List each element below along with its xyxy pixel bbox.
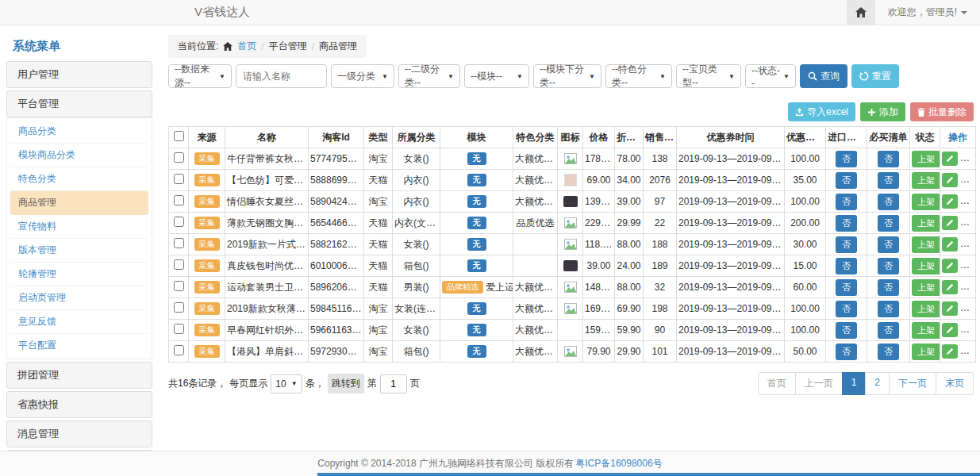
module-badge: 品牌精选 (442, 281, 483, 294)
taoke-id: 589620659791 (309, 277, 364, 298)
sidebar-group-拼团管理[interactable]: 拼团管理 (6, 362, 152, 389)
filter-select-1[interactable]: 一级分类▼ (331, 64, 394, 88)
search-icon (808, 71, 817, 81)
query-button[interactable]: 查询 (800, 64, 847, 88)
sidebar-group-平台管理[interactable]: 平台管理 (6, 90, 152, 117)
filter-select-6[interactable]: --宝贝类型--▼ (676, 64, 741, 88)
must-buy-toggle[interactable]: 否 (878, 344, 899, 360)
import-select-toggle[interactable]: 否 (836, 344, 857, 360)
edit-button[interactable] (942, 194, 958, 209)
must-buy-toggle[interactable]: 否 (878, 279, 899, 296)
status-button[interactable]: 上架 (912, 279, 940, 296)
import-select-toggle[interactable]: 否 (836, 301, 857, 317)
column-header-来源: 来源 (189, 127, 225, 148)
sidebar-item-特色分类[interactable]: 特色分类 (10, 167, 148, 191)
edit-button[interactable] (942, 152, 958, 166)
status-button[interactable]: 上架 (912, 172, 940, 189)
import-select-toggle[interactable]: 否 (836, 215, 857, 232)
filter-select-2[interactable]: --二级分类--▼ (398, 64, 460, 88)
sidebar-group-省惠快报[interactable]: 省惠快报 (6, 391, 152, 418)
icp-link[interactable]: 粤ICP备16098006号 (575, 457, 662, 470)
status-button[interactable]: 上架 (912, 301, 940, 317)
must-buy-toggle[interactable]: 否 (878, 258, 899, 274)
filter-select-0[interactable]: --数据来源--▼ (168, 64, 232, 88)
name-search-input[interactable] (236, 64, 327, 88)
row-checkbox[interactable] (174, 281, 184, 291)
filter-select-4[interactable]: --模块下分类--▼ (533, 64, 601, 88)
edit-button[interactable] (942, 323, 958, 337)
row-checkbox[interactable] (174, 345, 184, 355)
sidebar-item-商品管理[interactable]: 商品管理 (10, 191, 148, 215)
status-button[interactable]: 上架 (912, 215, 940, 232)
select-all-checkbox[interactable] (174, 131, 184, 141)
edit-button[interactable] (942, 301, 958, 316)
per-page-select[interactable]: 10 ▼ (271, 374, 302, 393)
row-checkbox[interactable] (174, 152, 184, 163)
row-checkbox[interactable] (174, 217, 184, 227)
pager-首页[interactable]: 首页 (758, 372, 796, 395)
jump-suffix: 页 (410, 377, 420, 390)
import-select-toggle[interactable]: 否 (836, 279, 857, 296)
status-button[interactable]: 上架 (912, 258, 940, 274)
edit-button[interactable] (942, 259, 958, 273)
edit-button[interactable] (942, 280, 958, 294)
edit-button[interactable] (942, 237, 958, 251)
import-select-toggle[interactable]: 否 (836, 172, 857, 189)
sidebar-item-模块商品分类[interactable]: 模块商品分类 (10, 144, 148, 167)
must-buy-toggle[interactable]: 否 (878, 151, 899, 167)
breadcrumb-home-link[interactable]: 首页 (237, 40, 256, 53)
pager-2[interactable]: 2 (865, 372, 890, 395)
sidebar-item-平台配置[interactable]: 平台配置 (10, 334, 148, 357)
add-button[interactable]: 添加 (860, 102, 905, 121)
jump-page-input[interactable] (380, 374, 407, 393)
row-checkbox[interactable] (174, 195, 184, 205)
reset-button[interactable]: 重置 (851, 64, 899, 88)
status-button[interactable]: 上架 (912, 322, 940, 339)
row-checkbox[interactable] (174, 259, 184, 270)
filter-select-5[interactable]: --特色分类--▼ (605, 64, 672, 88)
pager-下一页[interactable]: 下一页 (889, 372, 936, 395)
filter-select-7[interactable]: --状态--▼ (745, 64, 796, 88)
sidebar-item-版本管理[interactable]: 版本管理 (10, 239, 148, 263)
must-buy-toggle[interactable]: 否 (878, 194, 899, 210)
status-button[interactable]: 上架 (912, 344, 940, 360)
sidebar-item-商品分类[interactable]: 商品分类 (10, 120, 148, 144)
import-select-toggle[interactable]: 否 (836, 194, 857, 210)
must-buy-toggle[interactable]: 否 (878, 172, 899, 189)
sidebar-group-消息管理[interactable]: 消息管理 (6, 420, 152, 447)
row-checkbox[interactable] (174, 302, 184, 313)
edit-button[interactable] (942, 216, 958, 230)
import-select-toggle[interactable]: 否 (836, 236, 857, 253)
sidebar-item-宣传物料[interactable]: 宣传物料 (10, 215, 148, 239)
must-buy-toggle[interactable]: 否 (878, 301, 899, 317)
status-button[interactable]: 上架 (912, 194, 940, 210)
row-checkbox[interactable] (174, 238, 184, 248)
import-select-toggle[interactable]: 否 (836, 322, 857, 339)
pager-末页[interactable]: 末页 (936, 372, 974, 395)
batch-delete-button[interactable]: 批量删除 (910, 102, 974, 121)
sidebar-item-轮播管理[interactable]: 轮播管理 (10, 263, 148, 286)
import-select-toggle[interactable]: 否 (836, 258, 857, 274)
home-button[interactable] (847, 0, 875, 25)
product-image-placeholder-icon (564, 239, 577, 250)
sidebar-item-意见反馈[interactable]: 意见反馈 (10, 310, 148, 334)
status-button[interactable]: 上架 (912, 236, 940, 253)
must-buy-toggle[interactable]: 否 (878, 322, 899, 339)
user-menu[interactable]: 欢迎您，管理员! (875, 6, 980, 19)
pager-1[interactable]: 1 (842, 372, 867, 395)
must-buy-toggle[interactable]: 否 (878, 236, 899, 253)
sidebar-group-用户管理[interactable]: 用户管理 (6, 61, 152, 88)
row-checkbox[interactable] (174, 174, 184, 184)
pager-上一页[interactable]: 上一页 (795, 372, 843, 395)
edit-button[interactable] (942, 173, 958, 187)
import-select-toggle[interactable]: 否 (836, 151, 857, 167)
product-category: 女装() (393, 234, 440, 255)
import-excel-button[interactable]: 导入excel (788, 102, 855, 121)
status-button[interactable]: 上架 (912, 151, 940, 167)
row-checkbox[interactable] (174, 324, 184, 334)
module-cell: 无 (440, 191, 513, 213)
edit-button[interactable] (942, 344, 958, 359)
filter-select-3[interactable]: --模块--▼ (464, 64, 529, 88)
sidebar-item-启动页管理[interactable]: 启动页管理 (10, 286, 148, 310)
must-buy-toggle[interactable]: 否 (878, 215, 899, 232)
